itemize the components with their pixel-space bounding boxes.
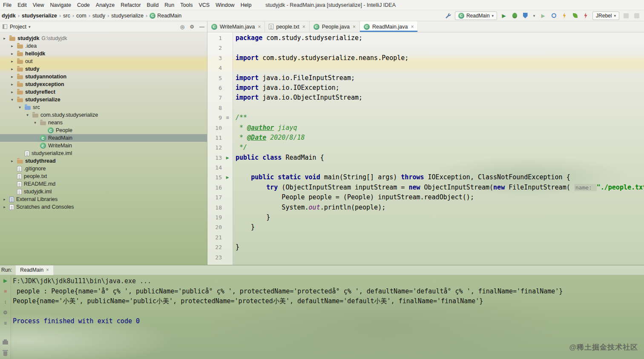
chevron-down-icon[interactable]: ▾ xyxy=(17,105,23,109)
rerun-button[interactable]: ▶ xyxy=(2,277,9,284)
menu-file[interactable]: File xyxy=(0,2,14,8)
menu-window[interactable]: Window xyxy=(213,2,237,8)
profiler-run-icon[interactable]: ▶ xyxy=(539,12,547,20)
project-panel-title[interactable]: Project ▾ xyxy=(10,24,30,30)
menu-refactor[interactable]: Refactor xyxy=(118,2,144,8)
menu-vcs[interactable]: VCS xyxy=(196,2,213,8)
code-line[interactable]: 19 } xyxy=(207,213,644,222)
chevron-right-icon[interactable]: ▸ xyxy=(9,82,15,86)
menu-run[interactable]: Run xyxy=(161,2,177,8)
code-line[interactable]: 17 People people = (People) inputStream.… xyxy=(207,192,644,202)
gear-icon[interactable]: ⚙ xyxy=(2,309,9,316)
tree-item-people[interactable]: CPeople xyxy=(0,126,207,134)
debug-bug-icon[interactable] xyxy=(511,12,518,20)
leaf-icon[interactable] xyxy=(571,12,579,20)
wrench-icon[interactable] xyxy=(444,12,452,20)
chevron-right-icon[interactable]: ▸ xyxy=(9,44,15,48)
code-line[interactable]: 20 } xyxy=(207,222,644,232)
menu-navigate[interactable]: Navigate xyxy=(47,2,74,8)
close-icon[interactable]: × xyxy=(353,24,356,30)
tree-item-com-study-studyserialize[interactable]: ▾com.study.studyserialize xyxy=(0,111,207,119)
menu-build[interactable]: Build xyxy=(144,2,162,8)
tree-item-studyjdk-iml[interactable]: studyjdk.iml xyxy=(0,188,207,195)
editor[interactable]: 1package com.study.studyserialize;23impo… xyxy=(207,32,644,265)
code-line[interactable]: 16 try (ObjectInputStream inputStream = … xyxy=(207,183,644,192)
chevron-right-icon[interactable]: ▸ xyxy=(2,205,7,209)
tree-item-studyserialize[interactable]: ▾studyserialize xyxy=(0,96,207,103)
chevron-right-icon[interactable]: ▸ xyxy=(9,67,15,71)
menu-code[interactable]: Code xyxy=(74,2,93,8)
menu-view[interactable]: View xyxy=(30,2,47,8)
chevron-right-icon[interactable]: ▸ xyxy=(9,59,15,63)
menu-edit[interactable]: Edit xyxy=(14,2,30,8)
menu-analyze[interactable]: Analyze xyxy=(93,2,118,8)
tree-item-studyexception[interactable]: ▸studyexception xyxy=(0,80,207,88)
code-line[interactable]: 5import java.io.FileInputStream; xyxy=(207,73,644,83)
jrebel-lightning-icon[interactable] xyxy=(561,12,568,20)
close-icon[interactable]: × xyxy=(411,24,414,30)
editor-tab-writemain-java[interactable]: CWriteMain.java× xyxy=(207,21,265,32)
close-icon[interactable]: × xyxy=(46,267,49,273)
code-line[interactable]: 1package com.study.studyserialize; xyxy=(207,33,644,43)
menu-tools[interactable]: Tools xyxy=(177,2,196,8)
chevron-right-icon[interactable]: ▸ xyxy=(9,159,15,163)
code-line[interactable]: 23 xyxy=(207,253,644,262)
tree-item-neans[interactable]: ▾neans xyxy=(0,119,207,126)
console-output[interactable]: F:\JDK\jdk\jdk8u111\bin\java.exe ... peo… xyxy=(13,276,644,359)
coverage-shield-icon[interactable] xyxy=(521,12,529,20)
hide-panel-icon[interactable]: — xyxy=(199,24,204,30)
chevron-down-icon[interactable]: ▾ xyxy=(32,121,38,125)
jrebel-select[interactable]: JRebel ▾ xyxy=(592,11,619,20)
tree-item-readme-md[interactable]: README.md xyxy=(0,180,207,188)
tree-item-study[interactable]: ▸study xyxy=(0,65,207,73)
chevron-right-icon[interactable]: ▸ xyxy=(9,52,15,56)
tree-item-hellojdk[interactable]: ▸hellojdk xyxy=(0,50,207,57)
chevron-down-icon[interactable]: ▾ xyxy=(25,113,30,117)
run-more-caret-icon[interactable]: ▾ xyxy=(532,12,536,20)
breadcrumb-dyjdk[interactable]: dyjdk xyxy=(1,13,17,19)
sync-lightning-icon[interactable] xyxy=(582,12,589,20)
run-line-icon[interactable]: ▶ xyxy=(222,172,233,182)
run-line-icon[interactable]: ▶ xyxy=(222,153,233,163)
editor-tab-people-txt[interactable]: people.txt× xyxy=(265,21,309,32)
tree-item-people-txt[interactable]: people.txt xyxy=(0,172,207,180)
tree-item-readmain[interactable]: CReadMain xyxy=(0,134,207,142)
code-line[interactable]: 2 xyxy=(207,43,644,53)
locate-file-icon[interactable]: ◎ xyxy=(180,24,184,30)
tree-item-studythread[interactable]: ▸studythread xyxy=(0,157,207,165)
tree-item-gitignore[interactable]: .gitignore xyxy=(0,165,207,172)
run-button[interactable]: ▶ xyxy=(500,12,508,20)
close-icon[interactable]: × xyxy=(258,24,261,30)
chevron-right-icon[interactable]: ▸ xyxy=(9,75,15,79)
updown-icon[interactable]: ↕ xyxy=(2,299,9,305)
tree-item-studyannotation[interactable]: ▸studyannotation xyxy=(0,73,207,80)
tree-item-studyjdk[interactable]: ▸studyjdk G:\studyjdk xyxy=(0,34,207,42)
search-circle-icon[interactable] xyxy=(550,12,558,20)
gear-icon[interactable]: ⚙ xyxy=(190,24,194,30)
code-line[interactable]: 9≡/** xyxy=(207,113,644,123)
tree-item-idea[interactable]: ▸.idea xyxy=(0,42,207,50)
code-line[interactable]: 11 * @Date 2020/8/18 xyxy=(207,133,644,143)
chevron-right-icon[interactable]: ▸ xyxy=(2,36,7,40)
breadcrumb-readmain[interactable]: CReadMain xyxy=(149,13,182,19)
editor-tab-readmain-java[interactable]: CReadMain.java× xyxy=(360,21,418,32)
print-icon[interactable] xyxy=(2,339,9,346)
code-line[interactable]: 8 xyxy=(207,103,644,113)
code-line[interactable]: 10 * @author jiayq xyxy=(207,123,644,133)
tree-item-studyreflect[interactable]: ▸studyreflect xyxy=(0,88,207,96)
code-line[interactable]: 4 xyxy=(207,63,644,73)
trash-icon[interactable] xyxy=(2,350,9,356)
code-line[interactable]: 21 xyxy=(207,233,644,242)
tree-item-studyserialize-iml[interactable]: studyserialize.iml xyxy=(0,149,207,157)
run-config-select[interactable]: C ReadMain ▾ xyxy=(455,11,497,20)
run-tab-readmain[interactable]: ReadMain × xyxy=(15,265,54,275)
chevron-down-icon[interactable]: ▾ xyxy=(9,98,15,102)
breadcrumb-studyserialize[interactable]: studyserialize xyxy=(110,13,144,19)
code-line[interactable]: 7import java.io.ObjectInputStream; xyxy=(207,93,644,103)
tree-item-out[interactable]: ▸out xyxy=(0,57,207,65)
stop-button[interactable]: ■ xyxy=(2,288,9,295)
breadcrumb-study[interactable]: study xyxy=(92,13,106,19)
tree-item-external-libraries[interactable]: ▸External Libraries xyxy=(0,195,207,203)
tree-item-writemain[interactable]: CWriteMain xyxy=(0,142,207,149)
code-line[interactable]: 13▶public class ReadMain { xyxy=(207,153,644,163)
